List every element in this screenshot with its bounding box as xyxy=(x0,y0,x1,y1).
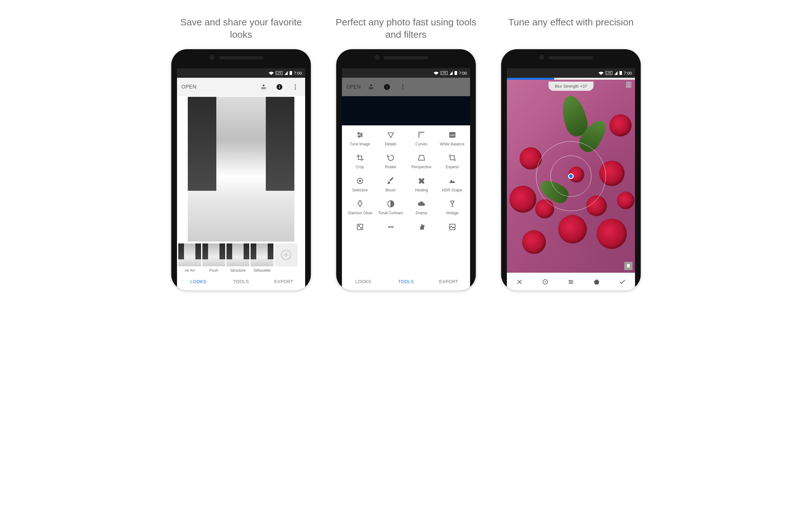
lte-indicator: LTE xyxy=(276,71,283,75)
tool-tune-image[interactable]: Tune Image xyxy=(345,130,375,146)
svg-point-5 xyxy=(295,86,296,88)
open-button[interactable]: OPEN xyxy=(181,84,253,90)
tool-extra[interactable] xyxy=(345,222,375,234)
tool-label: Drama xyxy=(406,211,437,215)
svg-point-15 xyxy=(358,132,359,134)
open-button[interactable]: OPEN xyxy=(346,84,360,90)
perspective-icon xyxy=(406,153,437,163)
tool-glamour-glow[interactable]: Glamour Glow xyxy=(345,199,375,215)
svg-point-13 xyxy=(403,86,404,88)
tool-curves[interactable]: Curves xyxy=(406,130,437,146)
tool-rotate[interactable]: Rotate xyxy=(375,153,406,169)
dimmed-photo xyxy=(342,96,470,125)
lamp-icon xyxy=(437,199,467,209)
add-look-button[interactable] xyxy=(275,243,297,273)
status-bar: LTE 7:00 xyxy=(177,68,305,78)
svg-rect-26 xyxy=(357,224,362,230)
slider-value-chip: Blur Strength +37 xyxy=(548,82,593,91)
triangle-down-icon xyxy=(375,130,406,140)
clock: 7:00 xyxy=(459,71,467,76)
svg-rect-30 xyxy=(619,71,622,75)
svg-point-32 xyxy=(545,281,546,282)
info-icon[interactable] xyxy=(382,82,393,92)
tool-label: Selective xyxy=(345,188,375,192)
tool-label: Tune Image xyxy=(345,142,375,146)
promo-panel-2: Perfect any photo fast using tools and f… xyxy=(333,16,479,291)
tool-extra[interactable] xyxy=(406,222,437,234)
tool-healing[interactable]: Healing xyxy=(406,176,437,192)
look-label: Silhouette xyxy=(251,266,273,273)
cloud-icon xyxy=(406,199,437,209)
crop-icon xyxy=(345,153,375,163)
shape-button[interactable] xyxy=(584,273,609,291)
tool-white-balance[interactable]: WBWhite Balance xyxy=(437,130,467,146)
apply-button[interactable] xyxy=(609,273,635,291)
tool-drama[interactable]: Drama xyxy=(406,199,437,215)
tool-details[interactable]: Details xyxy=(375,130,406,146)
info-icon[interactable] xyxy=(274,82,285,92)
tool-label: Healing xyxy=(406,188,437,192)
svg-rect-0 xyxy=(290,71,292,75)
sliders-icon xyxy=(345,130,375,140)
main-photo[interactable] xyxy=(177,96,305,242)
tab-looks[interactable]: LOOKS xyxy=(177,273,220,291)
bottom-tabs: LOOKS TOOLS EXPORT xyxy=(177,273,305,291)
look-label: ne Art xyxy=(178,266,201,273)
undo-stack-icon[interactable] xyxy=(258,82,269,92)
focus-mode-button[interactable] xyxy=(532,273,558,291)
look-label: Structure xyxy=(227,266,249,273)
lte-indicator: LTE xyxy=(606,71,612,75)
status-bar: LTE 7:00 xyxy=(342,68,470,78)
edit-action-bar xyxy=(507,273,635,291)
bookmark-button[interactable] xyxy=(624,262,633,270)
tab-tools[interactable]: TOOLS xyxy=(220,273,263,291)
tool-extra[interactable] xyxy=(375,222,406,234)
look-thumb[interactable]: Push xyxy=(202,243,225,273)
cancel-button[interactable] xyxy=(507,273,532,291)
editing-photo[interactable] xyxy=(507,80,635,273)
panel-1-caption: Save and share your favorite looks xyxy=(168,16,314,41)
panel-3-caption: Tune any effect with precision xyxy=(498,16,644,41)
overflow-menu-icon[interactable] xyxy=(398,82,408,92)
svg-point-33 xyxy=(569,280,570,281)
tool-perspective[interactable]: Perspective xyxy=(406,153,437,169)
tool-selective[interactable]: Selective xyxy=(345,176,375,192)
svg-rect-11 xyxy=(387,85,387,86)
tool-crop[interactable]: Crop xyxy=(345,153,375,169)
guitar-icon xyxy=(406,222,437,232)
overflow-menu-icon[interactable] xyxy=(290,82,301,92)
svg-point-22 xyxy=(359,180,360,182)
clock: 7:00 xyxy=(294,71,302,76)
svg-rect-20 xyxy=(450,156,454,160)
clock: 7:00 xyxy=(624,71,632,76)
wb-icon: WB xyxy=(437,130,467,140)
look-thumb[interactable]: Silhouette xyxy=(251,243,273,273)
tool-vintage[interactable]: Vintage xyxy=(437,199,467,215)
tool-expand[interactable]: Expand xyxy=(437,153,467,169)
lte-indicator: LTE xyxy=(441,71,447,75)
svg-point-14 xyxy=(403,88,404,90)
tool-tonal-contrast[interactable]: Tonal Contrast xyxy=(375,199,406,215)
svg-point-17 xyxy=(358,136,360,137)
tab-looks[interactable]: LOOKS xyxy=(342,273,385,291)
tab-tools[interactable]: TOOLS xyxy=(385,273,428,291)
tool-extra[interactable] xyxy=(437,222,467,234)
tool-hdr-scape[interactable]: HDR Scape xyxy=(437,176,467,192)
tool-label: HDR Scape xyxy=(437,188,467,192)
tab-export[interactable]: EXPORT xyxy=(262,273,305,291)
svg-point-9 xyxy=(384,84,390,90)
panel-2-caption: Perfect any photo fast using tools and f… xyxy=(333,16,479,41)
svg-point-34 xyxy=(572,281,573,282)
tool-brush[interactable]: Brush xyxy=(375,176,406,192)
tab-export[interactable]: EXPORT xyxy=(427,273,470,291)
svg-point-27 xyxy=(358,225,359,226)
svg-point-12 xyxy=(403,84,404,86)
compare-icon[interactable] xyxy=(625,81,633,90)
adjust-button[interactable] xyxy=(558,273,584,291)
look-thumb[interactable]: ne Art xyxy=(178,243,201,273)
look-thumb[interactable]: Structure xyxy=(227,243,249,273)
undo-stack-icon[interactable] xyxy=(366,82,377,92)
status-bar: LTE 7:00 xyxy=(507,68,635,78)
bottom-tabs: LOOKS TOOLS EXPORT xyxy=(342,273,470,291)
mountains-icon xyxy=(437,176,467,186)
